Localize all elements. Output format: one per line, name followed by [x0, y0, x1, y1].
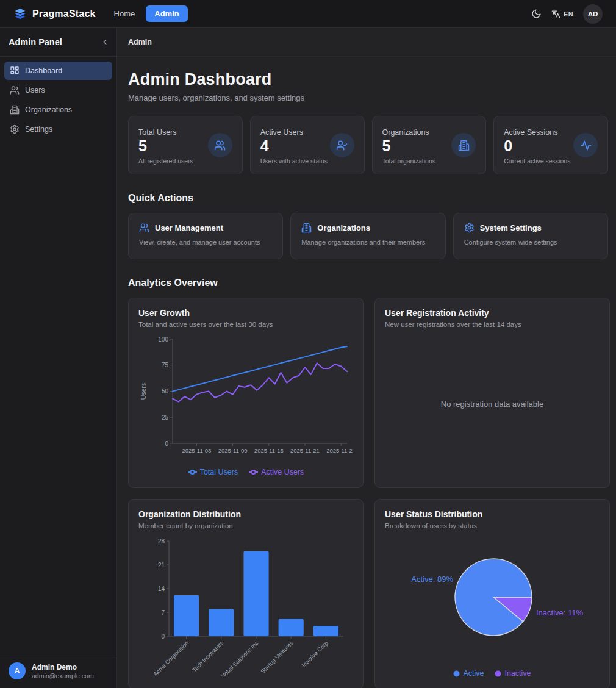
svg-text:Inactive Corp: Inactive Corp — [300, 639, 329, 668]
chart-subtitle: New user registrations over the last 14 … — [385, 321, 600, 328]
sidebar-item-organizations[interactable]: Organizations — [4, 101, 112, 119]
legend-item-active[interactable]: Active — [453, 669, 484, 678]
sidebar-user-email: admin@example.com — [32, 672, 94, 679]
svg-text:0: 0 — [165, 440, 168, 447]
sidebar-item-settings[interactable]: Settings — [4, 120, 112, 138]
svg-text:25: 25 — [162, 414, 169, 421]
charts-grid: User Growth Total and active users over … — [128, 298, 608, 688]
quick-action-description: View, create, and manage user accounts — [139, 238, 272, 246]
quick-action-organizations[interactable]: Organizations Manage organizations and t… — [290, 213, 445, 259]
svg-text:Tech Innovators: Tech Innovators — [191, 639, 224, 673]
quick-action-system-settings[interactable]: System Settings Configure system-wide se… — [453, 213, 608, 259]
stat-card-active-users: Active Users 4 Users with active status — [250, 116, 365, 174]
svg-text:Users: Users — [140, 383, 147, 400]
pie-chart-user-status: Active: 89%Inactive: 11% — [385, 529, 600, 667]
stat-value: 4 — [260, 138, 328, 155]
legend-label: Total Users — [200, 468, 238, 476]
app-window: PragmaStack Home Admin — [0, 0, 616, 688]
chart-card-org-distribution: Organization Distribution Member count b… — [128, 499, 364, 688]
svg-text:100: 100 — [158, 336, 168, 343]
svg-text:Acme Corporation: Acme Corporation — [152, 639, 190, 676]
dot-legend-icon — [495, 670, 501, 677]
svg-text:2025-11-09: 2025-11-09 — [218, 447, 248, 454]
nav-links: Home Admin — [112, 5, 188, 22]
dashboard-icon — [10, 66, 20, 76]
building-icon — [10, 105, 20, 115]
sidebar-item-dashboard[interactable]: Dashboard — [4, 62, 112, 80]
building-icon — [451, 133, 476, 157]
sidebar-item-label: Organizations — [25, 106, 72, 114]
svg-text:2025-11-27: 2025-11-27 — [326, 447, 353, 454]
chart-title: User Registration Activity — [385, 308, 600, 318]
svg-text:50: 50 — [162, 388, 169, 395]
quick-actions-grid: User Management View, create, and manage… — [128, 213, 608, 259]
avatar: A — [9, 662, 26, 679]
svg-text:7: 7 — [161, 609, 165, 615]
moon-icon — [531, 9, 542, 19]
chart-subtitle: Member count by organization — [138, 522, 353, 529]
nav-link-home[interactable]: Home — [112, 5, 138, 22]
stat-value: 5 — [382, 138, 436, 155]
stat-description: All registered users — [138, 157, 193, 165]
users-icon — [139, 223, 149, 233]
empty-state-message: No registration data available — [441, 400, 543, 409]
sidebar-item-users[interactable]: Users — [4, 81, 112, 99]
admin-sidebar: Admin Panel Dashboard — [0, 28, 117, 688]
svg-text:Active: 89%: Active: 89% — [411, 575, 453, 584]
stat-description: Users with active status — [260, 157, 328, 165]
language-switcher[interactable]: EN — [551, 9, 573, 18]
sidebar-nav: Dashboard Users — [0, 57, 116, 143]
sidebar-user-card[interactable]: A Admin Demo admin@example.com — [0, 656, 116, 688]
nav-link-admin[interactable]: Admin — [146, 5, 187, 22]
svg-text:Global Solutions Inc: Global Solutions Inc — [218, 639, 260, 676]
line-legend-icon — [188, 468, 197, 476]
dot-legend-icon — [453, 670, 460, 677]
users-icon — [208, 133, 232, 157]
legend-label: Active Users — [261, 468, 304, 476]
quick-action-title: System Settings — [480, 223, 542, 232]
quick-action-description: Manage organizations and their members — [301, 238, 434, 246]
sidebar-item-label: Dashboard — [25, 66, 62, 75]
stat-value: 0 — [504, 138, 570, 155]
quick-action-user-management[interactable]: User Management View, create, and manage… — [128, 213, 283, 259]
sidebar-item-label: Settings — [25, 125, 52, 134]
quick-actions-heading: Quick Actions — [128, 193, 608, 204]
brand[interactable]: PragmaStack — [13, 7, 96, 21]
activity-icon — [573, 133, 598, 157]
stat-description: Current active sessions — [504, 157, 570, 165]
chart-card-user-status: User Status Distribution Breakdown of us… — [374, 499, 610, 688]
chevron-left-icon — [101, 38, 109, 46]
stat-value: 5 — [138, 138, 193, 155]
chart-legend: Total Users Active Users — [138, 465, 353, 480]
quick-action-description: Configure system-wide settings — [464, 238, 597, 246]
breadcrumb[interactable]: Admin — [128, 38, 152, 46]
layers-logo-icon — [13, 7, 27, 21]
top-navbar: PragmaStack Home Admin — [0, 0, 616, 28]
users-icon — [10, 85, 20, 95]
svg-text:2025-11-15: 2025-11-15 — [254, 447, 284, 454]
chart-card-user-growth: User Growth Total and active users over … — [128, 298, 364, 488]
svg-text:75: 75 — [162, 362, 169, 368]
line-chart-user-growth: 02550751002025-11-032025-11-092025-11-15… — [138, 328, 353, 465]
stat-card-active-sessions: Active Sessions 0 Current active session… — [493, 116, 608, 174]
line-legend-icon — [249, 468, 258, 476]
theme-toggle-button[interactable] — [531, 9, 542, 19]
sidebar-collapse-button[interactable] — [101, 38, 109, 46]
legend-item-inactive[interactable]: Inactive — [495, 669, 531, 678]
legend-item-active-users[interactable]: Active Users — [249, 468, 304, 476]
brand-name: PragmaStack — [32, 9, 96, 20]
page-title: Admin Dashboard — [128, 70, 608, 89]
breadcrumb-bar: Admin — [117, 28, 616, 57]
legend-item-total-users[interactable]: Total Users — [188, 468, 238, 476]
stat-label: Total Users — [138, 128, 193, 137]
quick-action-title: User Management — [155, 223, 223, 232]
svg-text:21: 21 — [158, 561, 165, 568]
stats-grid: Total Users 5 All registered users — [128, 116, 608, 174]
svg-text:28: 28 — [158, 537, 165, 544]
chart-title: User Status Distribution — [385, 509, 600, 519]
page-content: Admin Dashboard Manage users, organizati… — [117, 57, 616, 688]
svg-text:0: 0 — [161, 632, 165, 639]
stat-card-organizations: Organizations 5 Total organizations — [372, 116, 487, 174]
gear-icon — [464, 223, 475, 233]
user-avatar[interactable]: AD — [583, 4, 603, 24]
